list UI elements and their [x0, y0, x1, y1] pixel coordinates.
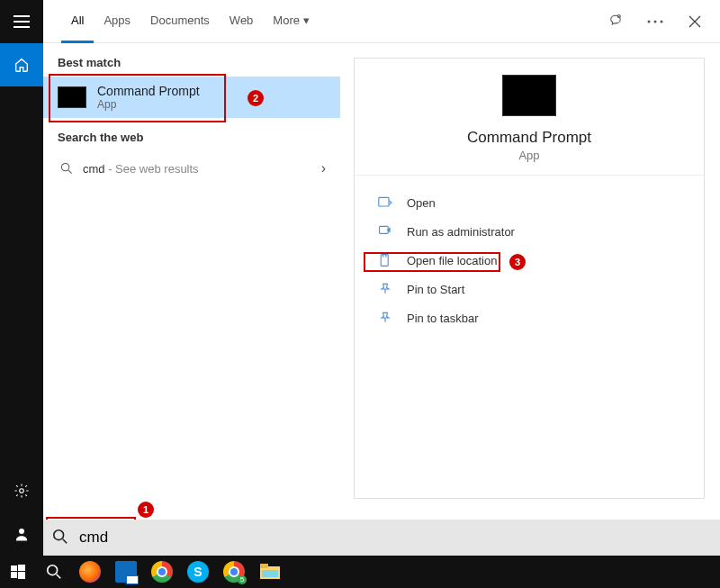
search-row — [43, 520, 720, 556]
preview-subtitle: App — [518, 149, 539, 162]
taskbar-file-explorer-icon[interactable] — [252, 556, 288, 588]
svg-rect-7 — [379, 197, 389, 206]
svg-point-5 — [661, 20, 663, 23]
result-subtitle: App — [97, 98, 200, 111]
more-options-button[interactable] — [637, 4, 673, 40]
open-icon — [376, 194, 394, 212]
chevron-down-icon: ▾ — [303, 14, 310, 27]
taskbar-chrome-icon[interactable] — [144, 556, 180, 588]
results-column: Best match Command Prompt App Search the… — [43, 43, 340, 511]
web-result-cmd[interactable]: cmd - See web results › — [43, 151, 340, 185]
tab-documents[interactable]: Documents — [140, 0, 220, 43]
preview-header: Command Prompt App — [355, 59, 704, 176]
tab-web[interactable]: Web — [220, 0, 264, 43]
web-result-text: cmd - See web results — [83, 162, 199, 176]
close-button[interactable] — [677, 4, 713, 40]
tab-more[interactable]: More ▾ — [263, 0, 320, 43]
action-pin-taskbar[interactable]: Pin to taskbar — [355, 303, 704, 332]
tab-apps[interactable]: Apps — [94, 0, 140, 43]
chevron-right-icon: › — [321, 160, 326, 176]
svg-point-4 — [654, 20, 657, 23]
taskbar-skype-icon[interactable]: S — [180, 556, 216, 588]
tab-all[interactable]: All — [61, 0, 94, 43]
action-open[interactable]: Open — [355, 188, 704, 217]
svg-rect-12 — [18, 565, 25, 571]
start-button[interactable] — [0, 556, 36, 588]
home-button[interactable] — [0, 43, 43, 86]
action-open-location-label: Open file location — [407, 254, 497, 267]
action-run-admin[interactable]: Run as administrator — [355, 217, 704, 246]
best-match-label: Best match — [43, 43, 340, 77]
search-input[interactable] — [77, 528, 257, 547]
svg-point-3 — [648, 20, 651, 23]
start-left-rail — [0, 0, 43, 556]
web-result-term: cmd — [83, 162, 105, 176]
svg-rect-14 — [18, 572, 25, 579]
svg-rect-9 — [381, 255, 388, 267]
command-prompt-large-icon — [502, 75, 556, 116]
web-result-hint: - See web results — [105, 162, 199, 176]
search-icon — [52, 529, 68, 547]
settings-button[interactable] — [0, 469, 43, 512]
action-pin-taskbar-label: Pin to taskbar — [407, 312, 479, 325]
taskbar-firefox-icon[interactable] — [72, 556, 108, 588]
search-web-label: Search the web — [43, 118, 340, 151]
folder-icon — [376, 251, 394, 269]
command-prompt-icon — [58, 86, 86, 108]
search-icon — [58, 162, 76, 175]
hamburger-button[interactable] — [0, 0, 43, 43]
taskbar: S 5 — [0, 556, 720, 588]
admin-shield-icon — [376, 222, 394, 240]
svg-rect-13 — [11, 572, 17, 578]
result-command-prompt[interactable]: Command Prompt App — [43, 77, 340, 118]
pin-icon — [376, 309, 394, 327]
svg-point-6 — [61, 163, 68, 170]
tab-more-label: More — [273, 14, 300, 27]
search-box[interactable] — [43, 520, 720, 556]
svg-point-1 — [19, 529, 24, 534]
pin-icon — [376, 280, 394, 298]
taskbar-chrome-canary-icon[interactable]: 5 — [216, 556, 252, 588]
feedback-button[interactable] — [598, 4, 634, 40]
preview-pane: Command Prompt App Open Run as administr… — [354, 58, 705, 499]
search-tabs: All Apps Documents Web More ▾ — [43, 0, 720, 43]
preview-title: Command Prompt — [467, 129, 591, 147]
result-title: Command Prompt — [97, 84, 200, 98]
svg-rect-18 — [262, 570, 278, 577]
svg-point-15 — [48, 565, 58, 575]
user-button[interactable] — [0, 512, 43, 556]
preview-actions: Open Run as administrator Open file loca… — [355, 176, 704, 345]
search-panel: All Apps Documents Web More ▾ Best match… — [43, 0, 720, 556]
action-pin-start[interactable]: Pin to Start — [355, 275, 704, 303]
svg-point-0 — [20, 489, 24, 493]
svg-point-10 — [54, 529, 64, 539]
svg-rect-11 — [11, 565, 17, 571]
action-open-location[interactable]: Open file location — [355, 246, 704, 275]
taskbar-search-button[interactable] — [36, 556, 72, 588]
svg-rect-17 — [260, 564, 268, 568]
action-pin-start-label: Pin to Start — [407, 283, 464, 296]
action-run-admin-label: Run as administrator — [407, 225, 515, 239]
action-open-label: Open — [407, 196, 436, 210]
taskbar-outlook-icon[interactable] — [108, 556, 144, 588]
